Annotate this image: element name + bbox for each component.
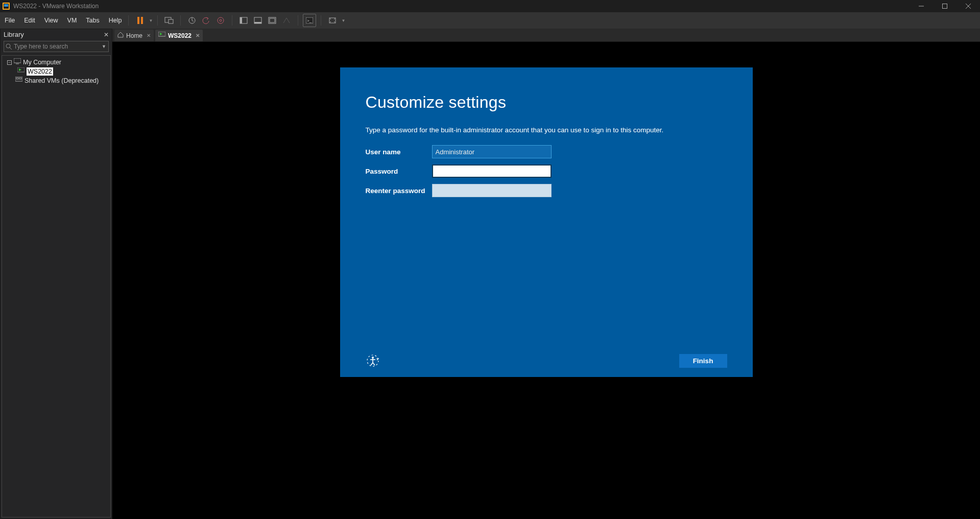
svg-rect-0 [3, 3, 10, 10]
menu-vm[interactable]: VM [63, 12, 82, 29]
svg-point-10 [218, 17, 224, 23]
tab-ws2022-close[interactable]: ✕ [196, 33, 200, 38]
tree-expander-icon[interactable]: − [7, 60, 12, 65]
svg-point-33 [372, 357, 374, 359]
svg-rect-12 [240, 17, 247, 23]
svg-rect-16 [269, 17, 276, 23]
svg-rect-18 [306, 17, 313, 23]
tab-ws2022[interactable]: WS2022 ✕ [155, 30, 203, 41]
svg-point-9 [189, 17, 195, 23]
password-label: Password [366, 168, 432, 175]
svg-marker-26 [19, 68, 21, 71]
menubar: File Edit View VM Tabs Help ▼ >_ ▼ [0, 12, 980, 29]
library-search[interactable]: Type here to search ▼ [4, 41, 109, 52]
window-maximize-button[interactable] [933, 0, 957, 12]
toolbar-separator [128, 15, 129, 26]
svg-rect-29 [19, 78, 21, 79]
library-panel: Library ✕ Type here to search ▼ − My Com… [0, 29, 112, 519]
tab-home-close[interactable]: ✕ [147, 33, 151, 38]
vm-tab-icon [158, 32, 165, 39]
svg-rect-28 [16, 78, 18, 79]
tree-vm-ws2022[interactable]: WS2022 [27, 67, 53, 76]
library-search-dropdown-icon[interactable]: ▼ [102, 44, 106, 49]
tree-shared-vms[interactable]: Shared VMs (Deprecated) [25, 77, 99, 85]
finish-button-label: Finish [693, 357, 713, 365]
svg-rect-7 [165, 17, 171, 22]
tab-home[interactable]: Home ✕ [114, 30, 154, 41]
svg-rect-1 [4, 4, 9, 9]
fullscreen-button[interactable] [326, 14, 339, 27]
svg-rect-17 [270, 18, 275, 22]
svg-line-5 [966, 4, 971, 9]
library-close-button[interactable]: ✕ [104, 31, 109, 38]
snapshot-manager-button[interactable] [214, 14, 227, 27]
show-thumbnail-button[interactable] [266, 14, 279, 27]
svg-rect-27 [15, 77, 22, 81]
ease-of-access-icon[interactable] [366, 353, 380, 368]
console-view-button[interactable]: >_ [303, 14, 316, 27]
vmware-logo-icon [2, 2, 10, 10]
oobe-title: Customize settings [366, 93, 727, 112]
oobe-subtitle: Type a password for the built-in adminis… [366, 126, 727, 134]
svg-rect-23 [14, 58, 21, 63]
svg-rect-13 [240, 17, 242, 23]
svg-rect-2 [4, 4, 8, 7]
vm-display[interactable]: Customize settings Type a password for t… [112, 42, 980, 519]
tab-home-label: Home [126, 32, 142, 39]
vm-powered-icon [17, 67, 25, 76]
power-dropdown-caret[interactable]: ▼ [149, 18, 153, 23]
username-field [432, 145, 552, 158]
reenter-password-label: Reenter password [366, 187, 432, 195]
library-title: Library [4, 31, 24, 38]
windows-oobe-panel: Customize settings Type a password for t… [340, 67, 753, 377]
toolbar-separator [157, 15, 158, 26]
svg-rect-25 [17, 67, 25, 72]
library-tree[interactable]: − My Computer WS2022 Shared VMs (Depreca… [2, 55, 111, 517]
reenter-password-field[interactable] [432, 184, 552, 197]
menu-view[interactable]: View [40, 12, 63, 29]
send-ctrl-alt-del-button[interactable] [162, 14, 176, 27]
toolbar-separator [180, 15, 181, 26]
main-area: Home ✕ WS2022 ✕ Customize settings Type … [112, 29, 980, 519]
menu-tabs[interactable]: Tabs [81, 12, 104, 29]
svg-rect-4 [943, 4, 947, 9]
show-bottombar-button[interactable] [251, 14, 265, 27]
svg-line-6 [966, 4, 971, 9]
username-label: User name [366, 148, 432, 156]
tree-my-computer[interactable]: My Computer [23, 58, 61, 66]
titlebar: WS2022 - VMware Workstation [0, 0, 980, 12]
unity-button[interactable] [280, 14, 293, 27]
show-sidebar-button[interactable] [237, 14, 250, 27]
finish-button[interactable]: Finish [679, 354, 727, 368]
svg-line-36 [371, 363, 373, 365]
svg-rect-8 [169, 19, 173, 23]
menu-file[interactable]: File [0, 12, 19, 29]
shared-vms-icon [15, 77, 22, 85]
svg-point-32 [367, 355, 378, 366]
snapshot-take-button[interactable] [185, 14, 199, 27]
svg-rect-30 [158, 32, 165, 36]
svg-rect-20 [329, 18, 336, 23]
home-icon [117, 32, 124, 39]
menu-help[interactable]: Help [104, 12, 127, 29]
toolbar-separator [298, 15, 298, 26]
snapshot-revert-button[interactable] [200, 14, 213, 27]
svg-point-21 [6, 44, 10, 48]
menu-edit[interactable]: Edit [19, 12, 40, 29]
window-minimize-button[interactable] [910, 0, 933, 12]
tab-ws2022-label: WS2022 [168, 32, 192, 39]
password-field[interactable] [432, 164, 552, 178]
svg-text:>_: >_ [307, 18, 312, 23]
svg-rect-14 [254, 17, 261, 23]
svg-line-37 [373, 363, 375, 365]
suspend-button[interactable] [133, 14, 147, 27]
window-title: WS2022 - VMware Workstation [13, 3, 99, 10]
window-close-button[interactable] [957, 0, 980, 12]
toolbar-separator [321, 15, 321, 26]
svg-rect-15 [254, 22, 261, 23]
svg-point-11 [220, 19, 222, 21]
library-search-placeholder: Type here to search [14, 43, 68, 50]
monitor-icon [14, 58, 21, 66]
fullscreen-dropdown-caret[interactable]: ▼ [341, 18, 345, 23]
svg-marker-31 [160, 33, 162, 35]
